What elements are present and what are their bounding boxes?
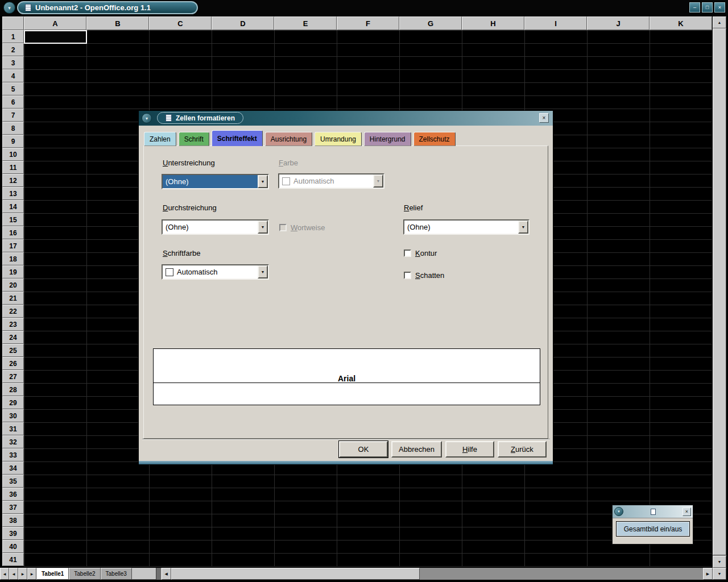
row-header-12[interactable]: 12	[2, 174, 24, 187]
mini-window-titlebar[interactable]: ▾ ×	[613, 505, 693, 518]
vertical-scrollbar-thumb[interactable]	[713, 28, 726, 555]
scroll-down-button[interactable]: ▼	[713, 556, 726, 568]
window-titlebar[interactable]: ▾ Unbenannt2 - OpenOffice.org 1.1 – □ ×	[0, 0, 728, 16]
row-header-9[interactable]: 9	[2, 135, 24, 148]
row-header-41[interactable]: 41	[2, 553, 24, 566]
row-header-21[interactable]: 21	[2, 292, 24, 305]
row-header-27[interactable]: 27	[2, 370, 24, 383]
relief-dropdown-button[interactable]: ▼	[518, 221, 528, 234]
tab-ausrichtung[interactable]: Ausrichtung	[265, 132, 312, 146]
tab-hintergrund[interactable]: Hintergrund	[364, 132, 411, 146]
row-header-15[interactable]: 15	[2, 213, 24, 226]
column-header-k[interactable]: K	[650, 16, 712, 30]
font-color-dropdown[interactable]: Automatisch ▼	[162, 264, 269, 280]
underline-dropdown[interactable]: (Ohne) ▼	[162, 174, 269, 189]
row-header-29[interactable]: 29	[2, 396, 24, 409]
scroll-left-button[interactable]: ◀	[162, 568, 171, 580]
font-color-dropdown-button[interactable]: ▼	[258, 265, 268, 278]
close-button[interactable]: ×	[714, 2, 725, 13]
row-header-22[interactable]: 22	[2, 305, 24, 318]
column-header-f[interactable]: F	[337, 16, 399, 30]
column-header-h[interactable]: H	[462, 16, 524, 30]
row-header-3[interactable]: 3	[2, 56, 24, 69]
row-header-13[interactable]: 13	[2, 187, 24, 200]
cell-cursor[interactable]	[24, 30, 87, 44]
row-header-16[interactable]: 16	[2, 226, 24, 239]
column-header-d[interactable]: D	[212, 16, 274, 30]
ok-button[interactable]: OK	[339, 441, 388, 458]
row-header-4[interactable]: 4	[2, 69, 24, 82]
first-sheet-button[interactable]: ◀	[0, 568, 9, 580]
tab-schrift[interactable]: Schrift	[179, 132, 209, 146]
vertical-scrollbar[interactable]: ▲ ▼	[713, 16, 726, 568]
horizontal-scrollbar[interactable]: ◀ ▶	[162, 568, 713, 580]
minimize-button[interactable]: –	[689, 2, 700, 13]
toggle-overview-button[interactable]: Gesamtbild ein/aus	[616, 521, 690, 537]
next-sheet-button[interactable]: ▶	[18, 568, 27, 580]
row-header-20[interactable]: 20	[2, 278, 24, 292]
row-header-36[interactable]: 36	[2, 488, 24, 501]
column-header-j[interactable]: J	[587, 16, 650, 30]
sheet-tab-tabelle1[interactable]: Tabelle1	[36, 568, 69, 580]
row-header-14[interactable]: 14	[2, 200, 24, 213]
select-all-corner[interactable]	[2, 16, 24, 30]
strikethrough-dropdown-button[interactable]: ▼	[258, 221, 268, 234]
sheet-tab-tabelle3[interactable]: Tabelle3	[101, 568, 132, 580]
underline-dropdown-button[interactable]: ▼	[258, 175, 268, 188]
window-title-pill[interactable]: Unbenannt2 - OpenOffice.org 1.1	[17, 1, 198, 14]
row-header-31[interactable]: 31	[2, 422, 24, 435]
mini-window-menu-button[interactable]: ▾	[614, 507, 623, 516]
horizontal-scrollbar-thumb[interactable]	[171, 568, 420, 580]
column-header-c[interactable]: C	[149, 16, 212, 30]
row-header-6[interactable]: 6	[2, 95, 24, 109]
row-header-18[interactable]: 18	[2, 252, 24, 265]
row-header-5[interactable]: 5	[2, 82, 24, 95]
strikethrough-dropdown[interactable]: (Ohne) ▼	[162, 219, 269, 235]
zurück-button[interactable]: Zurück	[498, 441, 547, 458]
row-header-2[interactable]: 2	[2, 43, 24, 56]
shadow-checkbox-box[interactable]	[404, 272, 411, 279]
row-header-24[interactable]: 24	[2, 331, 24, 344]
row-header-35[interactable]: 35	[2, 475, 24, 488]
dialog-menu-button[interactable]: ▾	[142, 113, 152, 123]
row-header-25[interactable]: 25	[2, 344, 24, 357]
column-header-e[interactable]: E	[274, 16, 337, 30]
row-header-30[interactable]: 30	[2, 409, 24, 422]
tab-umrandung[interactable]: Umrandung	[315, 132, 362, 146]
row-header-40[interactable]: 40	[2, 540, 24, 553]
scrollbar-splitter[interactable]	[156, 568, 162, 580]
last-sheet-button[interactable]: ▶	[27, 568, 36, 580]
dialog-titlebar[interactable]: ▾ Zellen formatieren ×	[139, 111, 553, 126]
abbrechen-button[interactable]: Abbrechen	[391, 441, 442, 458]
row-header-28[interactable]: 28	[2, 383, 24, 396]
scrollbar-corner-button[interactable]: ▼	[713, 568, 726, 580]
outline-checkbox-box[interactable]	[404, 250, 411, 257]
sheet-tab-tabelle2[interactable]: Tabelle2	[69, 568, 100, 580]
row-header-8[interactable]: 8	[2, 122, 24, 135]
row-header-38[interactable]: 38	[2, 514, 24, 527]
row-header-37[interactable]: 37	[2, 501, 24, 514]
mini-window-close-button[interactable]: ×	[682, 508, 691, 516]
row-header-32[interactable]: 32	[2, 435, 24, 448]
row-header-39[interactable]: 39	[2, 527, 24, 540]
relief-dropdown[interactable]: (Ohne) ▼	[403, 219, 530, 235]
row-header-11[interactable]: 11	[2, 161, 24, 174]
hilfe-button[interactable]: Hilfe	[445, 441, 494, 458]
row-header-10[interactable]: 10	[2, 148, 24, 161]
column-header-i[interactable]: I	[524, 16, 587, 30]
scroll-right-button[interactable]: ▶	[703, 568, 713, 580]
prev-sheet-button[interactable]: ◀	[9, 568, 18, 580]
row-header-33[interactable]: 33	[2, 448, 24, 462]
column-header-b[interactable]: B	[86, 16, 149, 30]
row-header-34[interactable]: 34	[2, 462, 24, 475]
tab-zahlen[interactable]: Zahlen	[144, 132, 176, 146]
tab-zellschutz[interactable]: Zellschutz	[413, 132, 456, 146]
column-header-g[interactable]: G	[399, 16, 462, 30]
row-header-19[interactable]: 19	[2, 265, 24, 278]
shadow-checkbox[interactable]: Schatten	[404, 271, 444, 280]
row-header-23[interactable]: 23	[2, 318, 24, 331]
row-header-17[interactable]: 17	[2, 239, 24, 252]
window-menu-button[interactable]: ▾	[3, 2, 15, 14]
row-header-26[interactable]: 26	[2, 357, 24, 370]
tab-schrifteffekt[interactable]: Schrifteffekt	[212, 130, 263, 146]
